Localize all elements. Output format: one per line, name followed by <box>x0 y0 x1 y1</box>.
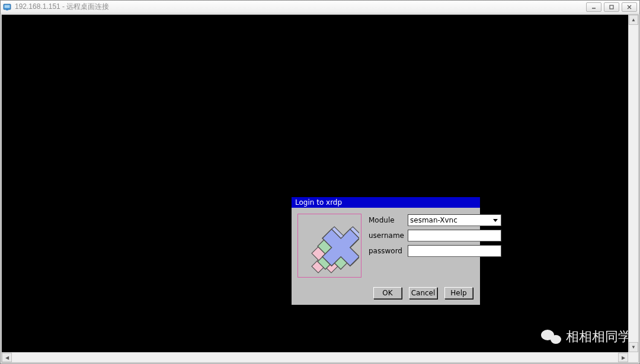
xrdp-login-form: Module sesman-Xvnc username password <box>369 214 501 278</box>
horizontal-scrollbar[interactable]: ◀ ▶ <box>2 352 628 362</box>
username-row: username <box>369 229 501 242</box>
username-label: username <box>369 231 404 240</box>
rdp-app-icon <box>3 3 11 11</box>
username-input[interactable] <box>408 230 501 241</box>
svg-rect-1 <box>5 5 10 8</box>
scroll-down-arrow[interactable]: ▼ <box>629 342 638 352</box>
password-row: password <box>369 244 501 257</box>
window-title: 192.168.1.151 - 远程桌面连接 <box>15 2 583 12</box>
watermark: 相相相同学 <box>541 328 631 346</box>
password-label: password <box>369 247 404 255</box>
ok-button[interactable]: OK <box>373 287 402 299</box>
cancel-button[interactable]: Cancel <box>409 287 437 299</box>
module-row: Module sesman-Xvnc <box>369 214 501 227</box>
svg-rect-2 <box>6 9 8 11</box>
module-label: Module <box>369 216 404 224</box>
scroll-right-arrow[interactable]: ▶ <box>618 353 628 362</box>
password-input[interactable] <box>408 245 501 257</box>
maximize-button[interactable] <box>604 2 619 12</box>
minimize-button[interactable] <box>586 2 601 12</box>
window-controls <box>586 2 637 12</box>
xrdp-button-bar: OK Cancel Help <box>292 284 480 305</box>
window-titlebar[interactable]: 192.168.1.151 - 远程桌面连接 <box>1 1 639 14</box>
xrdp-dialog-title[interactable]: Login to xrdp <box>292 197 480 208</box>
help-button[interactable]: Help <box>444 287 473 299</box>
close-button[interactable] <box>622 2 637 12</box>
watermark-text: 相相相同学 <box>566 328 631 346</box>
xrdp-login-dialog: Login to xrdp <box>291 197 481 305</box>
scroll-corner <box>628 352 638 362</box>
scroll-left-arrow[interactable]: ◀ <box>2 353 12 362</box>
remote-desktop-viewport[interactable]: Login to xrdp <box>1 14 639 363</box>
svg-rect-4 <box>610 5 613 9</box>
module-select[interactable]: sesman-Xvnc <box>408 214 501 226</box>
scroll-up-arrow[interactable]: ▲ <box>629 15 638 25</box>
vertical-scrollbar[interactable]: ▲ ▼ <box>628 15 638 352</box>
wechat-icon <box>541 328 561 345</box>
xrdp-dialog-body: Module sesman-Xvnc username password <box>292 208 480 284</box>
xrdp-logo-icon <box>297 214 361 278</box>
rdp-outer-window: 192.168.1.151 - 远程桌面连接 Login to xrdp <box>0 0 640 364</box>
